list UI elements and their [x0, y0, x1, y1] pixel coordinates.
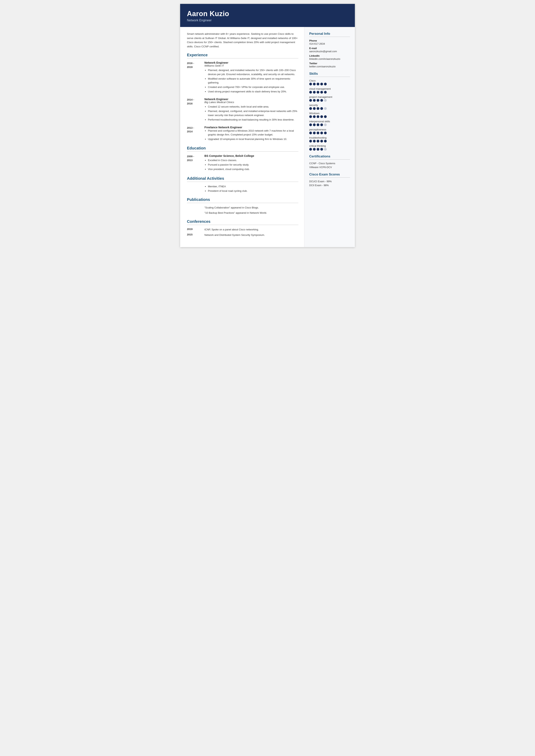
- exam-scores-list: DCUCI Exam - 99%DCII Exam - 98%: [309, 180, 350, 187]
- exp-company: Big Lakes Medical Clinics: [204, 101, 298, 104]
- skill-dot-filled: [313, 83, 316, 85]
- education-items: 2009 - 2013BS Computer Science, Beloit C…: [187, 154, 298, 172]
- skill-name: perceptiveness: [309, 128, 350, 131]
- skill-dot-filled: [309, 107, 312, 110]
- certification-item: VMware VCP6-DCV: [309, 166, 350, 169]
- activities-list: Member, ITNEAPresident of local road cyc…: [204, 184, 298, 193]
- conf-desc: ICNP, Spoke on a panel about Cisco netwo…: [204, 228, 298, 232]
- skill-dot-filled: [309, 91, 312, 94]
- education-title: Education: [187, 146, 298, 152]
- skill-dot-filled: [320, 148, 323, 151]
- publication-item: "Scaling Collaboration" appeared in Cisc…: [204, 206, 298, 210]
- certifications-title: Certifications: [309, 154, 350, 159]
- skill-dot-filled: [324, 91, 327, 94]
- skill-dot-empty: [324, 107, 327, 110]
- exp-role: Freelance Network Engineer: [204, 126, 298, 129]
- conferences-section: Conferences 2019ICNP, Spoke on a panel a…: [187, 219, 298, 237]
- exp-bullets: Created 12 secure networks, both local a…: [204, 105, 298, 122]
- skill-dot-filled: [317, 83, 319, 85]
- edu-bullet: Excelled in Cisco classes.: [208, 158, 298, 162]
- exam-score-item: DCII Exam - 98%: [309, 184, 350, 187]
- exam-scores-section: Cisco Exam Scores DCUCI Exam - 99%DCII E…: [309, 173, 350, 187]
- conf-year: 2015: [187, 233, 204, 237]
- personal-info-value: 414-617-2634: [309, 42, 350, 45]
- skill-dot-filled: [320, 91, 323, 94]
- skill-dot-empty: [324, 99, 327, 102]
- conferences-title: Conferences: [187, 219, 298, 225]
- skill-name: cloud management: [309, 87, 350, 90]
- skill-dot-filled: [317, 148, 319, 151]
- skill-dots: [309, 99, 350, 102]
- exp-bullet: Created 12 secure networks, both local a…: [208, 105, 298, 109]
- certifications-list: CCNP - Cisco SystemsVMware VCP6-DCV: [309, 162, 350, 169]
- exp-dates: 2016 - 2019: [187, 61, 204, 94]
- skill-dot-filled: [313, 107, 316, 110]
- skill-name: interpersonal skills: [309, 120, 350, 123]
- exam-score-item: DCUCI Exam - 99%: [309, 180, 350, 183]
- skill-dots: [309, 83, 350, 85]
- skill-dot-filled: [309, 124, 312, 126]
- skill-dot-filled: [309, 131, 312, 134]
- skill-item: perceptiveness: [309, 128, 350, 134]
- personal-info-label: Twitter: [309, 62, 350, 65]
- exp-bullet: Used strong project management skills to…: [208, 90, 298, 94]
- skill-item: Windows: [309, 112, 350, 118]
- edu-bullets: Excelled in Cisco classes.Pursued a pass…: [204, 158, 298, 171]
- education-section: Education 2009 - 2013BS Computer Science…: [187, 146, 298, 172]
- experience-item: 2016 - 2019Network EngineerWilliams-Seil…: [187, 61, 298, 94]
- skill-dots: [309, 107, 350, 110]
- activities-section: Additional Activities Member, ITNEAPresi…: [187, 176, 298, 193]
- skill-name: troubleshooting: [309, 136, 350, 139]
- skill-item: interpersonal skills: [309, 120, 350, 126]
- skill-dot-filled: [320, 99, 323, 102]
- skill-dot-filled: [309, 99, 312, 102]
- personal-info-fields: Phone414-617-2634E-mailaaronzkuzio@gmail…: [309, 39, 350, 68]
- resume: Aaron Kuzio Network Engineer Smart netwo…: [180, 4, 355, 247]
- edu-bullet: Pursued a passion for security study.: [208, 163, 298, 167]
- exp-content: Network EngineerWilliams-Seile ITPlanned…: [204, 61, 298, 94]
- personal-info-section: Personal Info Phone414-617-2634E-mailaar…: [309, 32, 350, 68]
- header: Aaron Kuzio Network Engineer: [180, 4, 355, 27]
- skill-dot-filled: [309, 148, 312, 151]
- exp-bullet: Performed troubleshooting on load-balanc…: [208, 118, 298, 122]
- exp-dates: 2014 - 2016: [187, 98, 204, 122]
- conference-item: 2019ICNP, Spoke on a panel about Cisco n…: [187, 228, 298, 232]
- exp-bullets: Planned, designed, and installed network…: [204, 68, 298, 94]
- activities-title: Additional Activities: [187, 176, 298, 182]
- skill-dots: [309, 131, 350, 134]
- exp-bullet: Planned and configured a Windows 2010 ne…: [208, 129, 298, 137]
- skill-name: project management: [309, 96, 350, 98]
- exp-bullet: Upgraded 10 employees in local financial…: [208, 137, 298, 141]
- header-name: Aaron Kuzio: [187, 10, 348, 18]
- conf-year: 2019: [187, 228, 204, 232]
- skill-dot-empty: [324, 148, 327, 151]
- conferences-list: 2019ICNP, Spoke on a panel about Cisco n…: [187, 228, 298, 237]
- conf-desc: Network and Distributed System Security …: [204, 233, 298, 237]
- exp-role: Network Engineer: [204, 61, 298, 64]
- skill-dot-filled: [320, 83, 323, 85]
- exp-bullets: Planned and configured a Windows 2010 ne…: [204, 129, 298, 141]
- skill-dots: [309, 124, 350, 126]
- skill-item: project management: [309, 96, 350, 102]
- skill-item: security: [309, 104, 350, 110]
- skill-dot-filled: [317, 107, 319, 110]
- skill-dot-filled: [320, 131, 323, 134]
- skill-name: critical thinking: [309, 144, 350, 147]
- personal-info-value: twitter.com/aaronzkuzio: [309, 65, 350, 68]
- exp-dates: 2013 - 2014: [187, 126, 204, 142]
- skill-dot-filled: [313, 131, 316, 134]
- skill-dot-filled: [320, 107, 323, 110]
- body: Smart network administrator with 6+ year…: [180, 27, 355, 247]
- experience-item: 2014 - 2016Network EngineerBig Lakes Med…: [187, 98, 298, 122]
- skill-dots: [309, 115, 350, 118]
- skill-name: Windows: [309, 112, 350, 115]
- publications-list: "Scaling Collaboration" appeared in Cisc…: [187, 206, 298, 215]
- skill-item: cloud management: [309, 87, 350, 94]
- exp-bullet: Modified vendor software to automate 30%…: [208, 77, 298, 85]
- edu-degree: BS Computer Science, Beloit College: [204, 154, 298, 157]
- skill-dot-filled: [313, 140, 316, 142]
- conference-item: 2015Network and Distributed System Secur…: [187, 233, 298, 237]
- skill-dot-filled: [317, 91, 319, 94]
- personal-info-label: LinkedIn: [309, 54, 350, 57]
- skill-dot-filled: [313, 99, 316, 102]
